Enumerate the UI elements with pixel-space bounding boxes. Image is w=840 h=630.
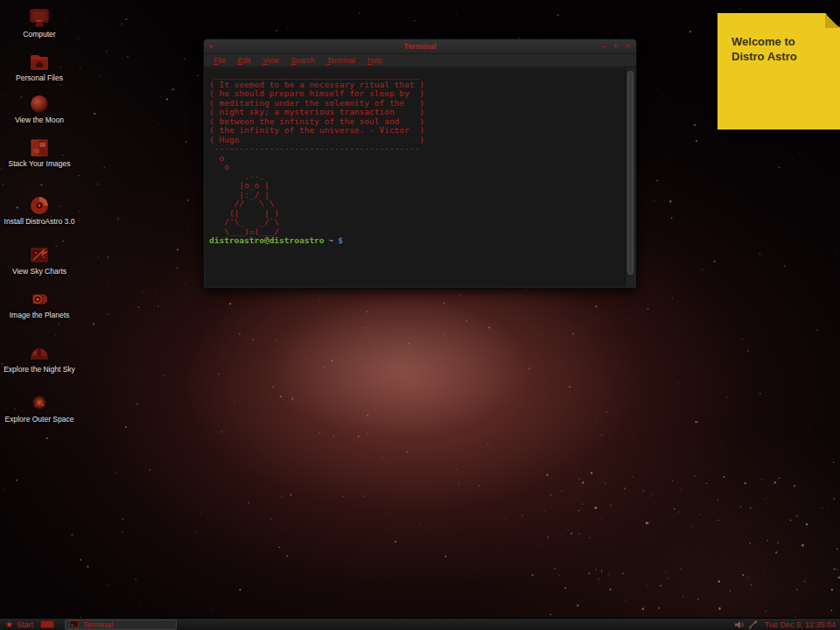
taskbar: ★ Start ▸_ Terminal Tue Dec 9, 12:35:04 — [0, 618, 840, 630]
scrollbar-thumb[interactable] — [627, 71, 634, 275]
start-button[interactable]: ★ Start — [0, 619, 38, 630]
desktop-icon-stack-images[interactable]: Stack Your Images — [2, 138, 77, 169]
taskbar-task-terminal[interactable]: ▸_ Terminal — [65, 620, 177, 630]
terminal-menubar: File Edit View Search Terminal Help — [204, 54, 636, 67]
menu-terminal[interactable]: Terminal — [321, 56, 361, 65]
desktop-icon-label: Personal Files — [2, 74, 77, 83]
folded-corner-icon — [825, 13, 840, 28]
sticky-note-text: Welcome to Distro Astro — [732, 34, 797, 64]
sticky-note[interactable]: Welcome to Distro Astro — [718, 13, 840, 130]
menu-file[interactable]: File — [207, 56, 232, 65]
prompt-symbol: $ — [338, 235, 343, 245]
terminal-screen[interactable]: ________________________________________… — [205, 68, 635, 287]
start-label: Start — [17, 620, 33, 629]
desktop-icon-label: Explore the Night Sky — [2, 365, 77, 374]
desktop-icon-outer-space[interactable]: Explore Outer Space — [2, 394, 77, 424]
system-tray: Tue Dec 9, 12:35:04 — [734, 620, 840, 629]
desktop-icon-computer[interactable]: Computer — [2, 9, 77, 39]
network-icon[interactable] — [748, 620, 758, 629]
desktop-icon-night-sky[interactable]: Explore the Night Sky — [2, 344, 77, 374]
desktop-icon-label: View the Moon — [2, 116, 77, 125]
taskbar-clock[interactable]: Tue Dec 9, 12:35:04 — [762, 620, 840, 629]
camera-icon — [2, 290, 77, 309]
terminal-scrollbar[interactable] — [625, 68, 635, 287]
dome-icon — [2, 344, 77, 363]
desktop-icon-image-planets[interactable]: Image the Planets — [2, 290, 77, 320]
desktop-icon-label: Explore Outer Space — [2, 415, 77, 424]
chart-icon — [2, 246, 77, 265]
terminal-icon: ▸_ — [69, 620, 79, 628]
nebula-icon — [2, 394, 77, 413]
minimize-button[interactable]: – — [601, 42, 606, 51]
desktop-icon-sky-charts[interactable]: View Sky Charts — [2, 246, 77, 276]
computer-icon — [2, 9, 77, 28]
menu-edit[interactable]: Edit — [232, 56, 257, 65]
terminal-output: ________________________________________… — [209, 71, 635, 236]
prompt-cwd: ~ — [329, 235, 334, 245]
maximize-button[interactable]: + — [612, 42, 618, 51]
desktop-icon-label: Image the Planets — [2, 311, 77, 320]
desktop: Computer Personal Files View the Moon St… — [0, 0, 840, 630]
star-icon: ★ — [5, 620, 13, 629]
show-desktop-button[interactable] — [40, 620, 54, 628]
folder-icon — [2, 52, 77, 72]
terminal-titlebar[interactable]: ▾ Terminal – + × — [204, 39, 636, 54]
menu-view[interactable]: View — [256, 56, 284, 65]
terminal-window: ▾ Terminal – + × File Edit View Search T… — [203, 38, 637, 289]
desktop-icon-view-moon[interactable]: View the Moon — [2, 94, 77, 125]
desktop-icon-label: Install DistroAstro 3.0 — [2, 217, 77, 227]
close-button[interactable]: × — [625, 42, 630, 51]
task-label: Terminal — [83, 620, 113, 629]
menu-search[interactable]: Search — [285, 56, 321, 65]
images-icon — [2, 138, 77, 158]
desktop-icon-install-distroastro[interactable]: Install DistroAstro 3.0 — [2, 196, 77, 227]
desktop-icon-label: Stack Your Images — [2, 159, 77, 169]
terminal-prompt: distroastro@distroastro~$ — [209, 236, 635, 246]
desktop-icon-personal-files[interactable]: Personal Files — [2, 52, 77, 83]
prompt-user-host: distroastro@distroastro — [209, 235, 325, 245]
desktop-icon-label: Computer — [2, 30, 77, 39]
volume-icon[interactable] — [734, 620, 744, 629]
desktop-icon-label: View Sky Charts — [2, 267, 77, 276]
moon-icon — [2, 94, 77, 114]
disc-icon — [2, 196, 77, 215]
menu-help[interactable]: Help — [361, 56, 388, 65]
window-title: Terminal — [204, 42, 636, 51]
